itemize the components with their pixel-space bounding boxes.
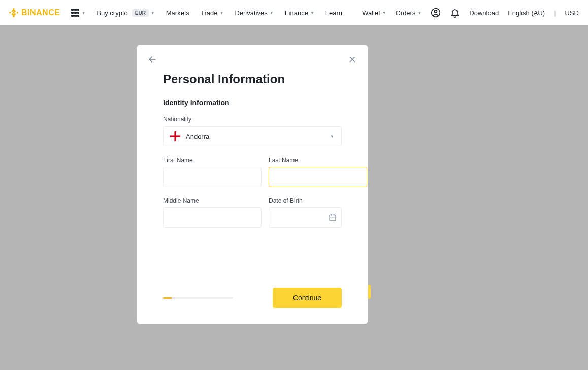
nav-label: Trade (201, 9, 217, 17)
arrow-left-icon (147, 54, 157, 65)
binance-logo-icon (9, 8, 18, 17)
svg-point-6 (435, 10, 437, 13)
chevron-down-icon: ▼ (81, 11, 85, 15)
dob-label: Date of Birth (269, 197, 342, 204)
chevron-down-icon: ▼ (220, 11, 224, 15)
nav-label: Finance (285, 9, 308, 17)
close-button[interactable] (347, 54, 358, 65)
chevron-down-icon: ▼ (310, 11, 314, 15)
notifications-icon[interactable] (450, 8, 460, 18)
nav-label: Learn (325, 9, 342, 17)
nav-label: English (AU) (508, 9, 545, 17)
svg-rect-9 (174, 131, 176, 141)
nav-learn[interactable]: Learn (325, 9, 342, 17)
dob-input[interactable] (269, 207, 342, 228)
first-name-label: First Name (163, 157, 262, 164)
nav-apps-menu[interactable]: ▼ (71, 9, 85, 17)
progress-bar (163, 297, 233, 299)
nav-label: USD (565, 9, 579, 17)
nav-buy-crypto[interactable]: Buy crypto EUR ▼ (96, 9, 154, 17)
apps-grid-icon (71, 9, 79, 17)
nationality-value: Andorra (186, 133, 209, 140)
nav-trade[interactable]: Trade ▼ (201, 9, 223, 17)
chevron-down-icon: ▼ (151, 11, 155, 15)
nav-download[interactable]: Download (469, 9, 499, 17)
nationality-select[interactable]: Andorra ▼ (163, 126, 342, 146)
nav-label: Wallet (362, 9, 380, 17)
first-name-input[interactable] (163, 167, 262, 187)
last-name-input[interactable] (269, 167, 367, 187)
nav-label: Markets (166, 9, 189, 17)
nav-label: Buy crypto (96, 9, 127, 17)
section-heading: Identity Information (163, 99, 342, 107)
nav-fiat[interactable]: USD (565, 9, 579, 17)
brand-logo[interactable]: BINANCE (9, 8, 60, 17)
close-icon (348, 55, 357, 64)
top-nav-bar: BINANCE ▼ Buy crypto EUR ▼ Markets Trade… (0, 0, 588, 25)
continue-button[interactable]: Continue (273, 288, 342, 308)
nav-derivatives[interactable]: Derivatives ▼ (235, 9, 273, 17)
chevron-down-icon: ▼ (382, 11, 386, 15)
divider: | (554, 9, 556, 17)
nav-label: Derivatives (235, 9, 267, 17)
nationality-label: Nationality (163, 116, 342, 123)
nav-finance[interactable]: Finance ▼ (285, 9, 314, 17)
chevron-down-icon: ▼ (270, 11, 274, 15)
svg-rect-2 (9, 12, 11, 14)
personal-information-modal: Personal Information Identity Informatio… (137, 45, 368, 324)
back-button[interactable] (147, 54, 158, 65)
currency-pill: EUR (132, 9, 149, 17)
nav-wallet[interactable]: Wallet ▼ (362, 9, 386, 17)
flag-icon (170, 131, 181, 142)
nav-label: Orders (396, 9, 416, 17)
middle-name-input[interactable] (163, 207, 262, 228)
chevron-down-icon: ▼ (417, 11, 421, 15)
chevron-down-icon: ▼ (330, 134, 334, 139)
nav-markets[interactable]: Markets (166, 9, 189, 17)
nav-language[interactable]: English (AU) (508, 9, 545, 17)
modal-title: Personal Information (163, 72, 342, 86)
progress-fill (163, 297, 172, 299)
middle-name-label: Middle Name (163, 197, 262, 204)
last-name-label: Last Name (269, 157, 367, 164)
account-icon[interactable] (431, 8, 441, 18)
brand-name: BINANCE (21, 8, 60, 17)
svg-rect-4 (13, 12, 15, 14)
nav-label: Download (469, 9, 499, 17)
nav-orders[interactable]: Orders ▼ (396, 9, 422, 17)
svg-rect-3 (16, 12, 18, 14)
